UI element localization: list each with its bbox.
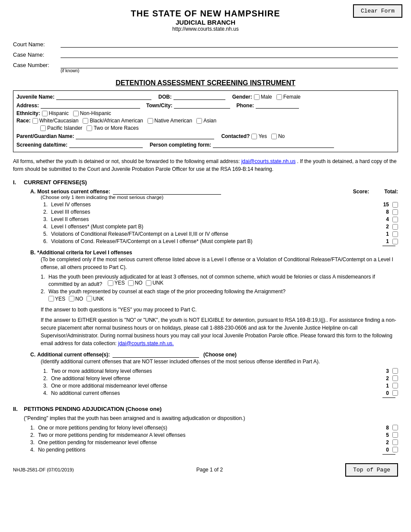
additional-offense-input[interactable] xyxy=(112,351,199,358)
q2-no-text: NO xyxy=(75,296,83,302)
offense-checkbox[interactable] xyxy=(392,224,398,230)
offense-checkbox[interactable] xyxy=(392,383,398,388)
female-label: Female xyxy=(283,94,301,100)
q1-no-label[interactable]: NO xyxy=(128,280,142,286)
contacted-yes-checkbox[interactable] xyxy=(251,134,257,139)
q2-no-checkbox[interactable] xyxy=(69,296,74,301)
q2-no-label[interactable]: NO xyxy=(69,296,83,302)
item-text: Two or more petitions pending for misdem… xyxy=(38,432,377,438)
court-name-input[interactable] xyxy=(61,40,398,48)
yes-label: Yes xyxy=(258,133,267,139)
offense-checkbox[interactable] xyxy=(392,425,398,430)
guardian-name-input[interactable] xyxy=(76,132,214,139)
intro-text-1: All forms, whether the youth is detained… xyxy=(13,158,240,164)
non-hispanic-checkbox[interactable] xyxy=(73,111,79,116)
offense-checkbox[interactable] xyxy=(392,432,398,438)
native-checkbox-label[interactable]: Native American xyxy=(148,118,192,124)
q2-yes-checkbox[interactable] xyxy=(48,296,54,301)
q1-yes-text: YES xyxy=(114,280,125,286)
offense-checkbox[interactable] xyxy=(392,209,398,215)
hispanic-label: Hispanic xyxy=(49,110,69,116)
town-city-input[interactable] xyxy=(174,102,230,109)
asian-checkbox-label[interactable]: Asian xyxy=(196,118,216,124)
person-completing-label: Person completing form: xyxy=(150,142,211,148)
section-II-num: II. xyxy=(13,406,24,412)
top-of-page-button[interactable]: Top of Page xyxy=(345,463,398,477)
juvenile-name-input[interactable] xyxy=(56,93,151,100)
offense-checkbox[interactable] xyxy=(392,375,398,381)
section-IB-intro: (To be completed only if the most seriou… xyxy=(30,256,398,271)
q2-yes-label[interactable]: YES xyxy=(48,296,65,302)
white-checkbox[interactable] xyxy=(32,118,38,124)
q1-unk-checkbox[interactable] xyxy=(146,280,151,286)
male-checkbox-label[interactable]: Male xyxy=(254,94,272,100)
offense-checkbox[interactable] xyxy=(392,390,398,396)
offense-checkbox[interactable] xyxy=(392,217,398,222)
hispanic-checkbox[interactable] xyxy=(42,111,48,116)
q2-unk-label[interactable]: UNK xyxy=(87,296,104,302)
contacted-no-checkbox[interactable] xyxy=(271,134,277,139)
white-checkbox-label[interactable]: White/Caucasian xyxy=(32,118,79,124)
address-input[interactable] xyxy=(41,102,140,109)
phone-label: Phone: xyxy=(236,103,254,109)
contacted-no-label[interactable]: No xyxy=(271,133,285,139)
non-hispanic-checkbox-label[interactable]: Non-Hispanic xyxy=(73,110,111,116)
item-text: One additional felony level offense xyxy=(51,375,377,381)
offense-item-II: 3. One petition pending for misdemeanor … xyxy=(24,439,398,445)
item-num: 4. xyxy=(30,447,38,453)
person-completing-input[interactable] xyxy=(213,141,334,148)
black-checkbox-label[interactable]: Black/African American xyxy=(83,118,143,124)
if-yes-text: If the answer to both questions is "YES"… xyxy=(30,306,398,314)
offense-checkbox[interactable] xyxy=(392,439,398,445)
female-checkbox-label[interactable]: Female xyxy=(276,94,301,100)
offense-checkbox[interactable] xyxy=(392,239,398,244)
offense-item-A: 6. Violations of Cond. Release/FTA/Conte… xyxy=(30,238,398,244)
case-name-input[interactable] xyxy=(61,50,398,58)
q1-yes-checkbox[interactable] xyxy=(108,280,113,286)
email-link-2[interactable]: jdai@courts.state.nh.us. xyxy=(118,340,174,346)
hispanic-checkbox-label[interactable]: Hispanic xyxy=(42,110,69,116)
item-text: One or more additional misdemeanor level… xyxy=(51,383,377,389)
contacted-yes-label[interactable]: Yes xyxy=(251,133,267,139)
item-score: 2 xyxy=(377,224,389,230)
dob-label: DOB: xyxy=(158,94,172,100)
if-no-text: If the answer to EITHER question is "NO"… xyxy=(30,316,398,347)
offense-list-II: 1. One or more petitions pending for fel… xyxy=(24,425,398,453)
q1-yes-label[interactable]: YES xyxy=(108,280,125,286)
asian-checkbox[interactable] xyxy=(196,118,202,124)
offense-item-C: 1. Two or more additional felony level o… xyxy=(30,368,398,374)
dob-input[interactable] xyxy=(173,93,225,100)
q1-no-text: NO xyxy=(135,280,142,286)
two-races-checkbox[interactable] xyxy=(87,125,92,131)
phone-input[interactable] xyxy=(256,102,299,109)
no-label: No xyxy=(278,133,285,139)
q1-unk-label[interactable]: UNK xyxy=(146,280,163,286)
pacific-checkbox[interactable] xyxy=(40,125,46,131)
black-checkbox[interactable] xyxy=(83,118,88,124)
item-num: 5. xyxy=(43,231,51,237)
item-text: No pending petitions xyxy=(38,447,377,453)
male-checkbox[interactable] xyxy=(254,94,260,100)
native-checkbox[interactable] xyxy=(148,118,153,124)
offense-checkbox[interactable] xyxy=(392,368,398,374)
clear-form-button[interactable]: Clear Form xyxy=(353,4,402,18)
offense-checkbox[interactable] xyxy=(392,202,398,208)
white-label: White/Caucasian xyxy=(39,118,79,124)
pacific-checkbox-label[interactable]: Pacific Islander xyxy=(40,125,82,131)
item-score: 0 xyxy=(377,390,389,396)
screening-date-input[interactable] xyxy=(69,141,143,148)
q2-unk-checkbox[interactable] xyxy=(87,296,92,301)
female-checkbox[interactable] xyxy=(276,94,282,100)
email-link-1[interactable]: jdai@courts.state.nh.us xyxy=(241,158,296,164)
q2-num: 2. xyxy=(41,288,48,295)
case-number-input[interactable] xyxy=(61,61,398,68)
most-serious-offense-input[interactable] xyxy=(113,188,221,195)
offense-checkbox[interactable] xyxy=(392,447,398,452)
two-races-checkbox-label[interactable]: Two or More Races xyxy=(87,125,138,131)
offense-checkbox[interactable] xyxy=(392,231,398,237)
section-IA-title: Most serious current offense: xyxy=(37,189,110,195)
total-header: Total: xyxy=(384,189,398,195)
q1-no-checkbox[interactable] xyxy=(128,280,134,286)
choose-one-label: (Choose one) xyxy=(203,352,237,358)
native-label: Native American xyxy=(154,118,192,124)
